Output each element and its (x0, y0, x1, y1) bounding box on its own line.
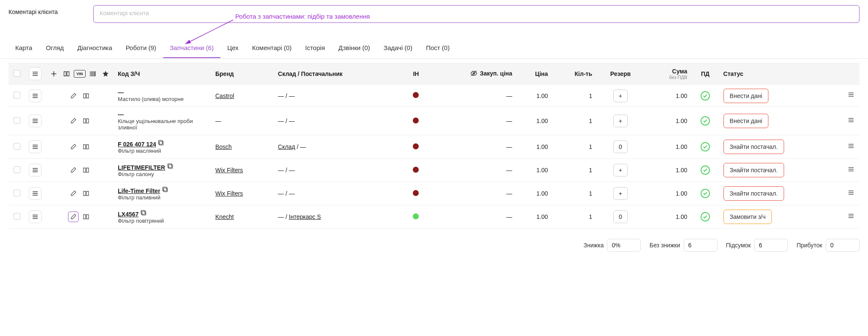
edit-icon[interactable] (68, 211, 79, 222)
row-actions-icon[interactable] (846, 90, 856, 101)
supplier-cell: — / — (275, 85, 404, 107)
tab-9[interactable]: Задачі (0) (377, 38, 419, 58)
col-supplier[interactable]: Склад / Постачальник (275, 63, 404, 85)
discount-input[interactable]: 0% (607, 239, 641, 252)
tab-1[interactable]: Огляд (39, 38, 70, 58)
brand-link[interactable]: Knecht (215, 213, 234, 220)
status-button[interactable]: Внести дані (723, 89, 769, 103)
edit-icon[interactable] (68, 115, 79, 126)
status-button[interactable]: Знайти постачал. (723, 186, 784, 201)
reserve-button[interactable]: + (613, 115, 628, 127)
row-actions-icon[interactable] (846, 164, 856, 176)
col-reserve[interactable]: Резерв (595, 63, 645, 85)
supplier-link[interactable]: Інтеркарс S (289, 213, 321, 220)
check-badge[interactable] (701, 189, 710, 198)
subtotal-input[interactable]: 6 (754, 239, 788, 252)
part-code-link[interactable]: Life-Time Filter (118, 188, 160, 194)
brand-link[interactable]: Bosch (215, 143, 232, 150)
qty: 1 (551, 135, 595, 159)
col-in[interactable]: ІН (404, 63, 428, 85)
part-code-link[interactable]: F 026 407 124 (118, 141, 156, 148)
col-sum[interactable]: Сума без ПДВ (645, 63, 691, 85)
col-qty[interactable]: Кіл-ть (551, 63, 595, 85)
col-price[interactable]: Ціна (516, 63, 551, 85)
no-discount-input[interactable]: 6 (684, 239, 718, 252)
row-menu-button[interactable] (29, 187, 42, 200)
add-icon[interactable] (48, 68, 59, 79)
row-checkbox[interactable] (14, 166, 20, 173)
tab-0[interactable]: Карта (8, 38, 39, 58)
status-button[interactable]: Знайти постачал. (723, 163, 784, 177)
tab-8[interactable]: Дзвінки (0) (332, 38, 377, 58)
catalog-icon[interactable] (81, 115, 92, 126)
check-badge[interactable] (701, 165, 710, 175)
brand-link[interactable]: Castrol (215, 92, 234, 99)
row-checkbox[interactable] (14, 143, 20, 150)
tab-3[interactable]: Роботи (9) (119, 38, 163, 58)
barcode-icon[interactable] (87, 68, 98, 79)
col-brand[interactable]: Бренд (212, 63, 275, 85)
reserve-button[interactable]: 0 (613, 140, 628, 153)
status-button[interactable]: Знайти постачал. (723, 140, 784, 154)
catalog-icon[interactable] (81, 211, 92, 222)
select-all-checkbox[interactable] (14, 70, 20, 77)
row-menu-button[interactable] (29, 164, 42, 176)
row-actions-icon[interactable] (846, 115, 856, 127)
purchase-price: — (428, 107, 516, 135)
copy-icon[interactable] (158, 141, 164, 148)
tab-10[interactable]: Пост (0) (419, 38, 456, 58)
reserve-button[interactable]: 0 (613, 210, 628, 223)
col-purchase[interactable]: Закуп. ціна (428, 63, 516, 85)
row-checkbox[interactable] (14, 117, 20, 124)
row-checkbox[interactable] (14, 213, 20, 220)
copy-icon[interactable] (140, 211, 147, 218)
row-menu-button[interactable] (29, 140, 42, 153)
row-menu-button[interactable] (29, 115, 42, 127)
star-icon[interactable] (100, 68, 111, 79)
status-button[interactable]: Внести дані (723, 114, 769, 128)
row-menu-button[interactable] (29, 90, 42, 102)
row-actions-icon[interactable] (846, 141, 856, 153)
col-status[interactable]: Статус (720, 63, 843, 85)
check-badge[interactable] (701, 116, 710, 126)
status-button[interactable]: Замовити з/ч (723, 210, 772, 224)
row-checkbox[interactable] (14, 190, 20, 196)
edit-icon[interactable] (68, 188, 79, 199)
part-code-link[interactable]: LIFETIMEFILTER (118, 164, 165, 171)
tab-6[interactable]: Коментарі (0) (245, 38, 298, 58)
catalog-icon[interactable] (61, 68, 72, 79)
part-code-link[interactable]: LX4567 (118, 211, 139, 218)
tab-2[interactable]: Діагностика (71, 38, 119, 58)
row-menu-button[interactable] (29, 210, 42, 223)
brand-link[interactable]: Wix Filters (215, 167, 243, 174)
catalog-icon[interactable] (81, 165, 92, 176)
check-badge[interactable] (701, 212, 710, 221)
warehouse-link[interactable]: Склад (278, 143, 295, 150)
copy-icon[interactable] (167, 164, 174, 171)
catalog-icon[interactable] (81, 90, 92, 101)
reserve-button[interactable]: + (613, 90, 628, 102)
header-menu-button[interactable] (29, 67, 42, 80)
catalog-icon[interactable] (81, 141, 92, 152)
status-dot (413, 143, 419, 149)
catalog-icon[interactable] (81, 188, 92, 199)
col-pd[interactable]: ПД (691, 63, 720, 85)
check-badge[interactable] (701, 142, 710, 151)
row-actions-icon[interactable] (846, 188, 856, 199)
col-code[interactable]: Код З/Ч (114, 63, 212, 85)
check-badge[interactable] (701, 91, 710, 101)
vin-icon[interactable]: VIN (74, 70, 86, 78)
tab-7[interactable]: Історія (298, 38, 332, 58)
row-actions-icon[interactable] (846, 211, 856, 223)
summary-row: Знижка 0% Без знижки 6 Підсумок 6 Прибут… (0, 233, 868, 258)
edit-icon[interactable] (68, 141, 79, 152)
edit-icon[interactable] (68, 165, 79, 176)
edit-icon[interactable] (68, 90, 79, 101)
profit-input[interactable]: 0 (826, 239, 860, 252)
copy-icon[interactable] (162, 188, 169, 194)
reserve-button[interactable]: + (613, 164, 628, 176)
reserve-button[interactable]: + (613, 187, 628, 200)
row-checkbox[interactable] (14, 92, 20, 98)
tabs-bar: КартаОглядДіагностикаРоботи (9)Запчастин… (0, 38, 868, 59)
brand-link[interactable]: Wix Filters (215, 190, 243, 197)
